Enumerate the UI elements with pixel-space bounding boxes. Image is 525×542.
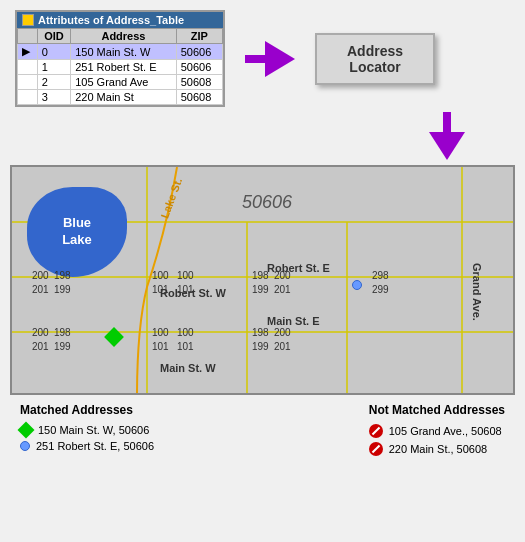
row-zip: 50606 [176,44,222,60]
legend-item-no-entry-2: 220 Main St., 50608 [369,442,505,456]
num-199-r: 199 [252,284,269,295]
row-oid: 2 [37,75,70,90]
table-icon [22,14,34,26]
num-200-l1: 200 [32,270,49,281]
num-201-l1: 201 [32,284,49,295]
table-row: ▶ 0 150 Main St. W 50606 [18,44,223,60]
row-zip: 50606 [176,60,222,75]
num-201-r: 201 [274,284,291,295]
row-arrow [18,75,38,90]
col-header-arrow [18,29,38,44]
num-201-m: 201 [274,341,291,352]
legend-not-matched-title: Not Matched Addresses [369,403,505,417]
attributes-table: Attributes of Address_Table OID Address … [15,10,225,107]
row-zip: 50608 [176,75,222,90]
table-row: 3 220 Main St 50608 [18,90,223,105]
num-101-r2: 101 [177,284,194,295]
zip-label: 50606 [242,192,292,213]
row-address: 150 Main St. W [71,44,177,60]
down-arrow-head [429,132,465,160]
row-arrow: ▶ [18,44,38,60]
main-st-w-label: Main St. W [160,362,216,374]
legend-matched: Matched Addresses 150 Main St. W, 50606 … [20,403,154,456]
num-101-m2: 101 [177,341,194,352]
address-locator-label: AddressLocator [347,43,403,75]
col-header-zip: ZIP [176,29,222,44]
num-199-ml: 199 [54,341,71,352]
down-arrow-container [0,112,525,160]
down-arrow [429,112,465,160]
table-row: 1 251 Robert St. E 50606 [18,60,223,75]
legend-item-no-entry-1: 105 Grand Ave., 50608 [369,424,505,438]
row-oid: 3 [37,90,70,105]
blue-lake-label: BlueLake [62,215,92,249]
legend-not-matched-label-2: 220 Main St., 50608 [389,443,487,455]
data-table: OID Address ZIP ▶ 0 150 Main St. W 50606… [17,28,223,105]
row-oid: 0 [37,44,70,60]
row-oid: 1 [37,60,70,75]
num-101-m1: 101 [152,341,169,352]
legend-matched-title: Matched Addresses [20,403,154,417]
top-section: Attributes of Address_Table OID Address … [0,0,525,117]
map-section: BlueLake Lake St. Grand Ave. 50606 Rober… [10,165,515,395]
num-100-m2: 100 [177,327,194,338]
legend-matched-label-1: 150 Main St. W, 50606 [38,424,149,436]
row-arrow [18,60,38,75]
legend-not-matched: Not Matched Addresses 105 Grand Ave., 50… [369,403,505,456]
num-298-r: 298 [372,270,389,281]
row-address: 251 Robert St. E [71,60,177,75]
col-header-address: Address [71,29,177,44]
num-200-r: 200 [274,270,291,281]
num-198-m: 198 [252,327,269,338]
legend-no-entry-icon-2 [369,442,383,456]
legend-circle-icon [20,441,30,451]
num-198-r: 198 [252,270,269,281]
row-arrow [18,90,38,105]
legend-not-matched-label-1: 105 Grand Ave., 50608 [389,425,502,437]
num-199-m: 199 [252,341,269,352]
legend-item-circle: 251 Robert St. E, 50606 [20,440,154,452]
num-299-r: 299 [372,284,389,295]
arrow-head [265,41,295,77]
col-header-oid: OID [37,29,70,44]
legend-matched-label-2: 251 Robert St. E, 50606 [36,440,154,452]
num-199-l1: 199 [54,284,71,295]
row-address: 105 Grand Ave [71,75,177,90]
legend-item-diamond: 150 Main St. W, 50606 [20,424,154,436]
down-arrow-tail [443,112,451,132]
num-101-r1: 101 [152,284,169,295]
table-row: 2 105 Grand Ave 50608 [18,75,223,90]
matched-marker-circle [352,280,362,290]
num-198-ml: 198 [54,327,71,338]
row-zip: 50608 [176,90,222,105]
grand-ave-label: Grand Ave. [471,263,483,321]
legend-no-entry-icon-1 [369,424,383,438]
num-200-ml: 200 [32,327,49,338]
num-200-m: 200 [274,327,291,338]
main-st-e-label: Main St. E [267,315,320,327]
table-title: Attributes of Address_Table [17,12,223,28]
legend-section: Matched Addresses 150 Main St. W, 50606 … [0,395,525,464]
num-100-m1: 100 [152,327,169,338]
address-locator-box: AddressLocator [315,33,435,85]
arrow-tail [245,55,265,63]
num-100-r2: 100 [177,270,194,281]
row-address: 220 Main St [71,90,177,105]
num-100-r1: 100 [152,270,169,281]
legend-diamond-icon [18,422,35,439]
right-arrow [245,41,295,77]
num-198-l1: 198 [54,270,71,281]
num-201-ml: 201 [32,341,49,352]
